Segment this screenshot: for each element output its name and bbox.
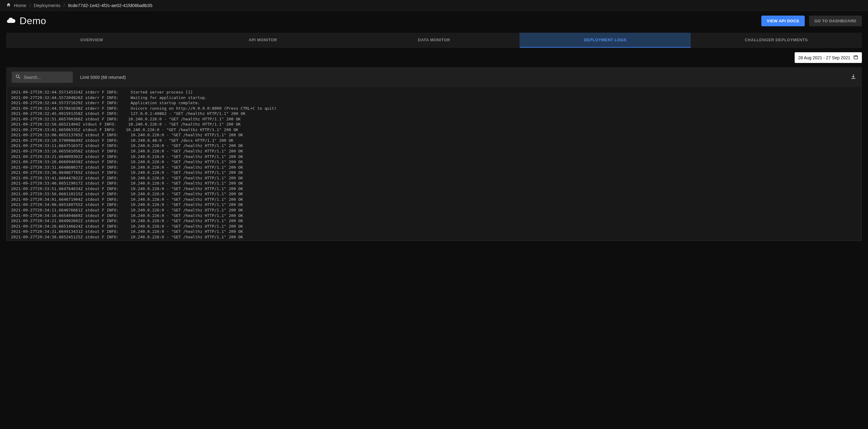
log-line: 2021-09-27T20:33:21.664899302Z stdout F … — [11, 154, 860, 159]
log-line: 2021-09-27T20:32:45.091591358Z stdout F … — [11, 111, 860, 116]
search-box[interactable] — [11, 71, 73, 83]
log-line: 2021-09-27T20:33:41.666447822Z stdout F … — [11, 175, 860, 181]
svg-line-5 — [19, 77, 20, 79]
tab-challenger-deployments[interactable]: CHALLENGER DEPLOYMENTS — [691, 33, 862, 48]
log-line: 2021-09-27T20:34:41.664877122Z stdout F … — [11, 240, 860, 240]
breadcrumb-id: 9cde77d2-1e42-4f2c-ae02-41fd06ba8b35 — [68, 3, 153, 8]
log-line: 2021-09-27T20:33:51.664764634Z stdout F … — [11, 186, 860, 191]
log-line: 2021-09-27T20:34:11.664676661Z stdout F … — [11, 208, 860, 213]
log-line: 2021-09-27T20:33:36.664867765Z stdout F … — [11, 170, 860, 175]
svg-point-4 — [16, 75, 19, 78]
breadcrumb-sep: / — [29, 3, 31, 8]
home-icon[interactable] — [6, 2, 11, 8]
download-icon[interactable] — [850, 74, 857, 81]
log-line: 2021-09-27T20:33:31.664868027Z stdout F … — [11, 165, 860, 170]
breadcrumb-deployments[interactable]: Deployments — [34, 3, 61, 8]
log-line: 2021-09-27T20:34:26.665146624Z stdout F … — [11, 224, 860, 229]
svg-rect-0 — [854, 56, 858, 59]
logs-body[interactable]: 2021-09-27T20:32:44.557145324Z stderr F … — [7, 87, 861, 240]
view-api-docs-button[interactable]: VIEW API DOCS — [761, 16, 805, 26]
date-range-picker[interactable]: 28 Aug 2021 - 27 Sep 2021 — [795, 52, 862, 63]
go-to-dashboard-button[interactable]: GO TO DASHBOARD — [809, 16, 862, 26]
tab-overview[interactable]: OVERVIEW — [6, 33, 177, 48]
log-line: 2021-09-27T20:34:06.665180755Z stdout F … — [11, 202, 860, 208]
log-line: 2021-09-27T20:33:56.666110215Z stdout F … — [11, 191, 860, 197]
page-title: Demo — [20, 15, 46, 27]
log-line: 2021-09-27T20:33:10.579098649Z stdout F … — [11, 138, 860, 143]
breadcrumb: Home / Deployments / 9cde77d2-1e42-4f2c-… — [0, 0, 868, 11]
log-line: 2021-09-27T20:33:16.665581056Z stdout F … — [11, 149, 860, 154]
breadcrumb-home[interactable]: Home — [14, 3, 26, 8]
search-input[interactable] — [24, 75, 69, 80]
breadcrumb-sep: / — [64, 3, 65, 8]
log-line: 2021-09-27T20:34:36.665245125Z stdout F … — [11, 234, 860, 240]
log-line: 2021-09-27T20:34:16.665404669Z stdout F … — [11, 213, 860, 218]
logs-panel: Limit 5000 (68 returned) 2021-09-27T20:3… — [6, 67, 862, 241]
tab-api-monitor[interactable]: API MONITOR — [177, 33, 348, 48]
log-line: 2021-09-27T20:33:26.666094038Z stdout F … — [11, 159, 860, 165]
tab-data-monitor[interactable]: DATA MONITOR — [348, 33, 520, 48]
log-line: 2021-09-27T20:34:01.664671904Z stdout F … — [11, 197, 860, 202]
log-line: 2021-09-27T20:33:01.66506335Z stdout F I… — [11, 127, 860, 133]
log-line: 2021-09-27T20:33:11.664751637Z stdout F … — [11, 143, 860, 149]
log-line: 2021-09-27T20:33:46.665119017Z stdout F … — [11, 181, 860, 186]
logs-toolbar: Limit 5000 (68 returned) — [6, 67, 862, 87]
log-line: 2021-09-27T20:32:44.557204826Z stderr F … — [11, 95, 860, 100]
calendar-icon — [853, 55, 858, 61]
cloud-icon — [6, 16, 16, 26]
tab-deployment-logs[interactable]: DEPLOYMENT LOGS — [520, 33, 691, 48]
page-header: Demo VIEW API DOCS GO TO DASHBOARD — [0, 11, 868, 33]
log-line: 2021-09-27T20:34:21.664902602Z stdout F … — [11, 218, 860, 224]
log-line: 2021-09-27T20:32:44.557841638Z stderr F … — [11, 106, 860, 111]
log-line: 2021-09-27T20:32:44.557145324Z stderr F … — [11, 90, 860, 95]
date-range-text: 28 Aug 2021 - 27 Sep 2021 — [798, 55, 850, 60]
search-icon — [15, 74, 24, 80]
log-line: 2021-09-27T20:32:56.66521404Z stdout F I… — [11, 122, 860, 127]
log-line: 2021-09-27T20:32:51.665700366Z stdout F … — [11, 116, 860, 122]
log-line: 2021-09-27T20:34:31.664913431Z stdout F … — [11, 229, 860, 234]
tab-bar: OVERVIEWAPI MONITORDATA MONITORDEPLOYMEN… — [6, 33, 862, 48]
log-line: 2021-09-27T20:32:44.557371629Z stderr F … — [11, 100, 860, 106]
limit-text: Limit 5000 (68 returned) — [80, 75, 126, 80]
log-line: 2021-09-27T20:33:06.665213765Z stdout F … — [11, 132, 860, 138]
